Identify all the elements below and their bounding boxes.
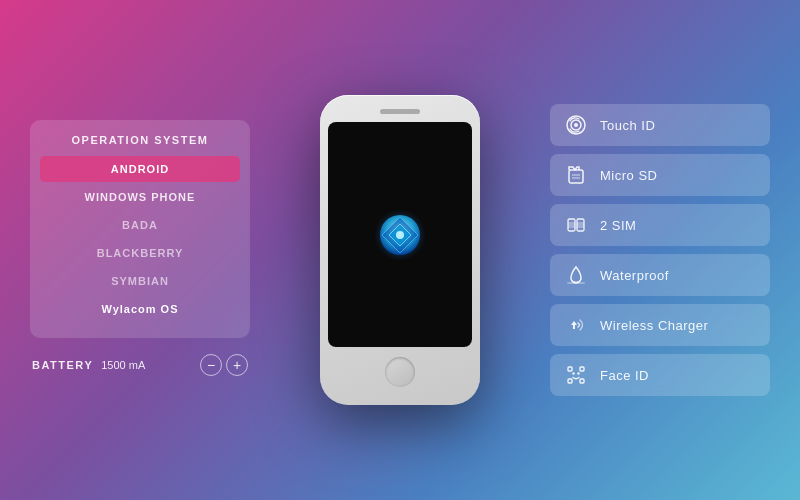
feature-2-sim[interactable]: 2 SIM [550, 204, 770, 246]
phone [320, 95, 480, 405]
feature-wireless-charger[interactable]: Wireless Charger [550, 304, 770, 346]
battery-value: 1500 mA [101, 359, 145, 371]
svg-rect-6 [569, 170, 583, 183]
phone-logo [374, 209, 426, 261]
feature-face-id[interactable]: Face ID [550, 354, 770, 396]
micro-sd-label: Micro SD [600, 168, 657, 183]
feature-waterproof[interactable]: Waterproof [550, 254, 770, 296]
os-item-windows[interactable]: WINDOWS PHONE [40, 184, 240, 210]
os-item-bada[interactable]: BADA [40, 212, 240, 238]
svg-rect-16 [580, 379, 584, 383]
touch-id-label: Touch ID [600, 118, 655, 133]
wireless-charger-label: Wireless Charger [600, 318, 708, 333]
os-item-wylacom[interactable]: Wylacom OS [40, 296, 240, 322]
svg-rect-10 [568, 222, 575, 228]
2-sim-label: 2 SIM [600, 218, 636, 233]
battery-decrease-button[interactable]: − [200, 354, 222, 376]
fingerprint-icon [564, 113, 588, 137]
svg-point-18 [577, 372, 579, 374]
waterproof-icon [564, 263, 588, 287]
battery-label: BATTERY [32, 359, 93, 371]
os-item-android[interactable]: ANDROID [40, 156, 240, 182]
battery-increase-button[interactable]: + [226, 354, 248, 376]
phone-speaker [380, 109, 420, 114]
waterproof-label: Waterproof [600, 268, 669, 283]
os-item-blackberry[interactable]: BLACKBERRY [40, 240, 240, 266]
svg-point-2 [396, 231, 404, 239]
svg-rect-14 [580, 367, 584, 371]
face-id-label: Face ID [600, 368, 649, 383]
svg-point-5 [574, 123, 578, 127]
phone-container [250, 95, 550, 405]
phone-screen [328, 122, 472, 347]
feature-micro-sd[interactable]: Micro SD [550, 154, 770, 196]
battery-controls: − + [200, 354, 248, 376]
wireless-charger-icon [564, 313, 588, 337]
face-id-icon [564, 363, 588, 387]
svg-rect-12 [577, 222, 584, 228]
phone-home-button[interactable] [385, 357, 415, 387]
os-panel: OPERATION SYSTEM ANDROID WINDOWS PHONE B… [30, 120, 250, 338]
left-panel: OPERATION SYSTEM ANDROID WINDOWS PHONE B… [30, 120, 250, 380]
sim-icon [564, 213, 588, 237]
battery-row: BATTERY 1500 mA − + [30, 350, 250, 380]
sd-card-icon [564, 163, 588, 187]
svg-rect-13 [568, 367, 572, 371]
svg-rect-15 [568, 379, 572, 383]
os-panel-title: OPERATION SYSTEM [40, 134, 240, 146]
feature-touch-id[interactable]: Touch ID [550, 104, 770, 146]
os-item-symbian[interactable]: SYMBIAN [40, 268, 240, 294]
svg-point-17 [572, 372, 574, 374]
right-panel: Touch ID Micro SD 2 SIM [550, 104, 770, 396]
